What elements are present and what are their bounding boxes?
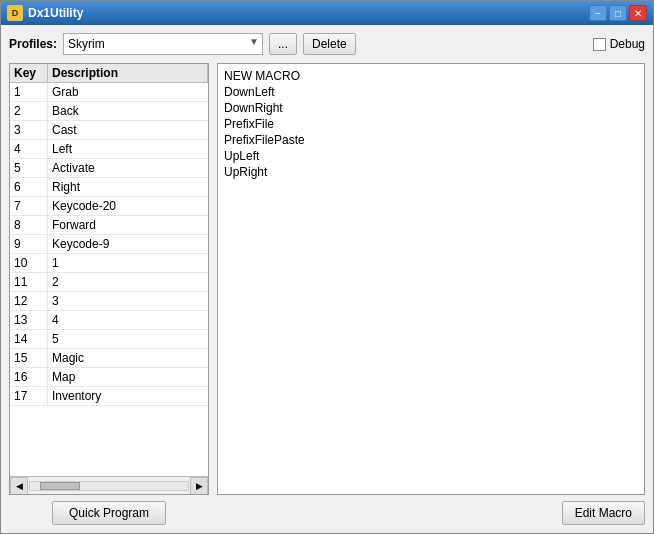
key-cell: 2 [10,102,48,120]
table-row[interactable]: 6Right [10,178,208,197]
desc-cell: Keycode-20 [48,197,208,215]
key-cell: 11 [10,273,48,291]
edit-macro-row: Edit Macro [217,501,645,525]
key-cell: 16 [10,368,48,386]
title-buttons: − □ ✕ [589,5,647,21]
table-row[interactable]: 15Magic [10,349,208,368]
desc-cell: Right [48,178,208,196]
desc-cell: Back [48,102,208,120]
table-row[interactable]: 9Keycode-9 [10,235,208,254]
profile-dropdown-wrapper: Skyrim Default [63,33,263,55]
desc-cell: 2 [48,273,208,291]
app-icon: D [7,5,23,21]
delete-button[interactable]: Delete [303,33,356,55]
profile-select[interactable]: Skyrim Default [63,33,263,55]
macro-item[interactable]: NEW MACRO [222,68,640,84]
macro-item[interactable]: UpRight [222,164,640,180]
table-row[interactable]: 145 [10,330,208,349]
key-cell: 1 [10,83,48,101]
desc-cell: Map [48,368,208,386]
desc-cell: Forward [48,216,208,234]
key-cell: 3 [10,121,48,139]
macro-list[interactable]: NEW MACRODownLeftDownRightPrefixFilePref… [217,63,645,495]
main-window: D Dx1Utility − □ ✕ Profiles: Skyrim Defa… [0,0,654,534]
desc-cell: Magic [48,349,208,367]
title-bar: D Dx1Utility − □ ✕ [1,1,653,25]
desc-cell: 1 [48,254,208,272]
key-cell: 9 [10,235,48,253]
table-row[interactable]: 123 [10,292,208,311]
close-button[interactable]: ✕ [629,5,647,21]
top-bar: Profiles: Skyrim Default ... Delete Debu… [9,33,645,55]
table-row[interactable]: 17Inventory [10,387,208,406]
minimize-button[interactable]: − [589,5,607,21]
macro-item[interactable]: DownRight [222,100,640,116]
scroll-right-btn[interactable]: ▶ [190,477,208,495]
ellipsis-button[interactable]: ... [269,33,297,55]
table-row[interactable]: 4Left [10,140,208,159]
quick-program-button[interactable]: Quick Program [52,501,166,525]
key-cell: 4 [10,140,48,158]
key-cell: 15 [10,349,48,367]
table-row[interactable]: 2Back [10,102,208,121]
table-row[interactable]: 8Forward [10,216,208,235]
desc-cell: 3 [48,292,208,310]
key-cell: 12 [10,292,48,310]
macro-item[interactable]: UpLeft [222,148,640,164]
debug-row: Debug [593,37,645,51]
key-cell: 7 [10,197,48,215]
scroll-left-btn[interactable]: ◀ [10,477,28,495]
content-area: Profiles: Skyrim Default ... Delete Debu… [1,25,653,533]
key-cell: 8 [10,216,48,234]
table-header: Key Description [10,64,208,83]
macro-item[interactable]: PrefixFilePaste [222,132,640,148]
desc-cell: 4 [48,311,208,329]
table-row[interactable]: 134 [10,311,208,330]
scroll-thumb[interactable] [40,482,80,490]
desc-cell: Left [48,140,208,158]
left-panel: Key Description 1Grab2Back3Cast4Left5Act… [9,63,209,525]
key-cell: 10 [10,254,48,272]
window-title: Dx1Utility [28,6,83,20]
desc-cell: 5 [48,330,208,348]
desc-cell: Activate [48,159,208,177]
desc-cell: Keycode-9 [48,235,208,253]
key-table: Key Description 1Grab2Back3Cast4Left5Act… [9,63,209,495]
key-cell: 13 [10,311,48,329]
macro-item[interactable]: PrefixFile [222,116,640,132]
table-scroll[interactable]: 1Grab2Back3Cast4Left5Activate6Right7Keyc… [10,83,208,476]
table-row[interactable]: 16Map [10,368,208,387]
table-row[interactable]: 5Activate [10,159,208,178]
key-cell: 5 [10,159,48,177]
table-row[interactable]: 1Grab [10,83,208,102]
right-panel: NEW MACRODownLeftDownRightPrefixFilePref… [217,63,645,525]
col-key-header: Key [10,64,48,82]
key-cell: 14 [10,330,48,348]
title-bar-left: D Dx1Utility [7,5,83,21]
edit-macro-button[interactable]: Edit Macro [562,501,645,525]
debug-label: Debug [610,37,645,51]
col-desc-header: Description [48,64,208,82]
table-row[interactable]: 3Cast [10,121,208,140]
quick-program-row: Quick Program [9,501,209,525]
macro-item[interactable]: DownLeft [222,84,640,100]
restore-button[interactable]: □ [609,5,627,21]
main-area: Key Description 1Grab2Back3Cast4Left5Act… [9,63,645,525]
debug-checkbox[interactable] [593,38,606,51]
key-cell: 17 [10,387,48,405]
table-row[interactable]: 101 [10,254,208,273]
desc-cell: Inventory [48,387,208,405]
table-row[interactable]: 7Keycode-20 [10,197,208,216]
horizontal-scrollbar: ◀ ▶ [10,476,208,494]
profiles-label: Profiles: [9,37,57,51]
desc-cell: Grab [48,83,208,101]
table-row[interactable]: 112 [10,273,208,292]
scroll-track[interactable] [29,481,189,491]
key-cell: 6 [10,178,48,196]
desc-cell: Cast [48,121,208,139]
